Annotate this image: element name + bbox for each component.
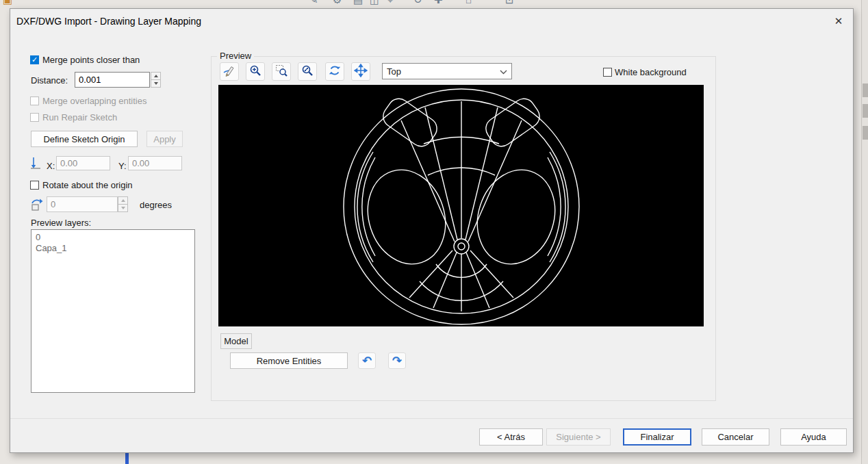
run-repair-row: Run Repair Sketch (30, 112, 117, 123)
host-measure-icon[interactable]: ⌖ (387, 0, 393, 6)
preview-canvas[interactable] (218, 85, 704, 326)
define-sketch-origin-button[interactable]: Define Sketch Origin (31, 131, 138, 147)
close-button[interactable]: ✕ (830, 13, 847, 29)
origin-icon (29, 156, 43, 172)
rotate-origin-checkbox[interactable] (30, 181, 39, 190)
view-orientation-value: Top (387, 66, 401, 77)
sketch-pen-button[interactable] (220, 62, 239, 81)
x-label: X: (47, 161, 55, 171)
y-label: Y: (118, 161, 127, 171)
back-button[interactable]: < Atrás (479, 428, 543, 446)
dialog-title: DXF/DWG Import - Drawing Layer Mapping (16, 16, 201, 27)
model-tab[interactable]: Model (220, 333, 252, 349)
degrees-spin-down[interactable] (118, 205, 128, 212)
distance-label: Distance: (31, 75, 68, 86)
preview-group-label: Preview (217, 51, 254, 61)
merge-points-row: ✓ Merge points closer than (30, 55, 140, 65)
distance-spin-down[interactable] (151, 80, 161, 88)
degrees-label: degrees (140, 200, 172, 210)
undo-icon: ↶ (362, 354, 372, 368)
host-view-icon[interactable]: ◫ (370, 0, 379, 6)
merge-overlapping-checkbox[interactable] (30, 96, 39, 105)
sketch-pen-icon (222, 64, 236, 79)
layer-list-item[interactable]: Capa_1 (31, 243, 194, 254)
refresh-icon (328, 64, 342, 79)
distance-spin-up[interactable] (151, 72, 161, 80)
x-input[interactable] (56, 156, 110, 170)
up-arrow-icon (154, 75, 158, 77)
white-background-row: White background (603, 67, 687, 77)
background-artifact (125, 452, 129, 464)
task-pane-edge (861, 0, 868, 464)
host-rebuild-icon[interactable]: ↻ (413, 0, 422, 6)
preview-layers-label: Preview layers: (31, 218, 91, 228)
merge-points-checkbox[interactable]: ✓ (30, 55, 39, 64)
zoom-area-button[interactable] (272, 62, 291, 81)
merge-overlapping-label: Merge overlapping entities (42, 96, 146, 106)
host-settings-icon[interactable]: ⚙ (333, 0, 342, 6)
white-background-checkbox[interactable] (603, 68, 612, 77)
host-app-icon[interactable]: ▣ (3, 0, 12, 6)
degrees-spin-up[interactable] (118, 196, 128, 205)
model-tab-label: Model (224, 336, 248, 346)
up-arrow-icon (121, 199, 125, 202)
remove-entities-button[interactable]: Remove Entities (230, 352, 348, 369)
next-button[interactable]: Siguiente > (546, 428, 611, 446)
host-print-icon[interactable]: ⊡ (505, 0, 514, 6)
rotate-angle-icon (29, 198, 43, 214)
finish-button[interactable]: Finalizar (623, 428, 691, 446)
redo-icon: ↷ (392, 354, 402, 368)
merge-overlapping-row: Merge overlapping entities (30, 96, 146, 106)
host-home-icon[interactable]: ⌂ (465, 0, 472, 5)
preview-layers-listbox[interactable]: 0 Capa_1 (31, 229, 195, 393)
zoom-in-button[interactable] (246, 62, 265, 81)
task-pane-tab[interactable] (863, 126, 868, 140)
zoom-area-icon (275, 64, 288, 79)
refresh-view-button[interactable] (325, 62, 344, 81)
cancel-button[interactable]: Cancelar (702, 428, 769, 446)
host-add-icon[interactable]: ✚ (434, 0, 443, 6)
dialog-titlebar: DXF/DWG Import - Drawing Layer Mapping ✕ (10, 9, 853, 34)
distance-input[interactable] (75, 72, 150, 88)
run-repair-checkbox[interactable] (30, 113, 39, 122)
rotate-origin-label: Rotate about the origin (42, 180, 133, 190)
task-pane-tab[interactable] (863, 83, 868, 97)
task-pane-tab[interactable] (863, 104, 868, 118)
footer-separator (10, 418, 853, 419)
preview-groupbox: Preview (211, 56, 716, 401)
redo-button[interactable]: ↷ (388, 352, 406, 369)
undo-button[interactable]: ↶ (358, 352, 376, 369)
down-arrow-icon (154, 82, 158, 85)
dxf-dwg-import-dialog: DXF/DWG Import - Drawing Layer Mapping ✕… (10, 8, 854, 453)
merge-points-label: Merge points closer than (42, 55, 140, 65)
y-input[interactable] (128, 156, 182, 170)
help-button[interactable]: Ayuda (780, 428, 847, 446)
close-icon: ✕ (834, 15, 843, 27)
white-background-label: White background (615, 67, 687, 77)
layer-list-item[interactable]: 0 (31, 232, 194, 243)
view-orientation-select[interactable]: Top (382, 63, 512, 79)
degrees-input[interactable] (47, 196, 118, 212)
apply-button[interactable]: Apply (146, 131, 183, 147)
zoom-fit-icon (301, 64, 314, 79)
host-grid-icon[interactable]: ▤ (353, 0, 363, 6)
screen: ▣ ✎ ⚙ ▤ ◫ ⌖ ↻ ✚ ⌂ ⊡ DXF/DWG Import - Dra… (0, 0, 868, 464)
chevron-down-icon (500, 66, 507, 77)
pan-icon (354, 64, 368, 79)
rotate-origin-row: Rotate about the origin (30, 180, 133, 190)
distance-spinner (151, 72, 161, 88)
zoom-fit-button[interactable] (298, 62, 317, 81)
degrees-spinner (118, 196, 128, 212)
run-repair-label: Run Repair Sketch (42, 112, 117, 123)
down-arrow-icon (121, 207, 125, 209)
zoom-in-icon (248, 64, 262, 79)
preview-drawing (218, 85, 704, 326)
pan-button[interactable] (351, 62, 370, 81)
host-sketch-icon[interactable]: ✎ (309, 0, 318, 6)
